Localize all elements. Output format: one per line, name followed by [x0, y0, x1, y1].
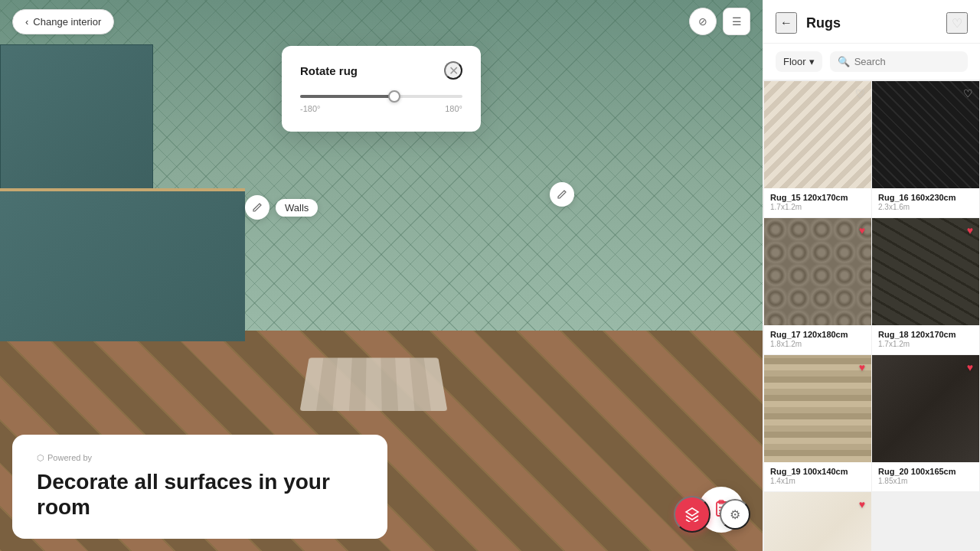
rug-dims: 1.7x1.2m	[770, 203, 865, 211]
top-bar-right: ⊘ ☰	[689, 8, 750, 35]
rug-name: Rug_20 100x165cm	[878, 467, 973, 476]
edit-icon	[252, 202, 263, 213]
rug-info: Rug_17 120x180cm1.8x1.2m	[764, 325, 871, 354]
filter-bar: Floor ▾ 🔍	[763, 44, 980, 80]
top-bar: ‹ Change interior ⊘ ☰	[0, 0, 763, 43]
sidebar-heart-button[interactable]: ♡	[946, 12, 968, 34]
floor-edit-icon	[557, 189, 567, 200]
dialog-close-button[interactable]: ✕	[444, 61, 462, 80]
rug-dims: 1.4x1m	[770, 477, 865, 485]
rotation-slider-container[interactable]: -180° 180°	[300, 92, 462, 116]
heart-icon: ♡	[952, 16, 962, 31]
close-icon: ✕	[449, 64, 459, 78]
rug-name: Rug_19 100x140cm	[770, 467, 865, 476]
wall-label-text[interactable]: Walls	[276, 199, 318, 217]
cabinet-upper	[0, 44, 153, 199]
menu-icon: ☰	[732, 15, 742, 28]
room-view: ‹ Change interior ⊘ ☰ 🖌 Walls	[0, 0, 763, 551]
search-box: 🔍	[830, 51, 968, 72]
layers-button[interactable]	[674, 496, 710, 533]
logo-icon: ⬡	[37, 453, 44, 463]
cabinet-base	[0, 188, 245, 341]
rug-heart-icon[interactable]: ♥	[859, 361, 865, 373]
chevron-down-icon: ▾	[809, 56, 815, 67]
rug-thumbnail	[764, 218, 871, 325]
rug-thumbnail	[764, 492, 871, 551]
menu-button[interactable]: ☰	[723, 8, 750, 35]
rug-dims: 2.3x1.6m	[878, 203, 973, 211]
rug-heart-icon[interactable]: ♥	[859, 498, 865, 510]
rug-heart-icon[interactable]: ♥	[967, 224, 973, 236]
bottom-actions: ⚙	[674, 496, 750, 533]
rug-heart-icon[interactable]: ♡	[855, 87, 865, 99]
rug-item[interactable]: ♥Rug_19 100x140cm1.4x1m	[764, 355, 871, 491]
bottom-bar: ⬡ Powered by Decorate all surfaces in yo…	[0, 422, 763, 551]
rug-item[interactable]: ♥Rug_18 120x170cm1.7x1.2m	[872, 218, 979, 354]
search-input[interactable]	[854, 56, 960, 67]
rug-item[interactable]: ♡Rug_16 160x230cm2.3x1.6m	[872, 81, 979, 217]
floor-filter-select[interactable]: Floor ▾	[776, 51, 822, 72]
dialog-title: Rotate rug	[300, 64, 358, 77]
rug-item[interactable]: ♥Rug_17 120x180cm1.8x1.2m	[764, 218, 871, 354]
powered-by: ⬡ Powered by	[37, 453, 363, 463]
slider-labels: -180° 180°	[300, 104, 462, 113]
rugs-grid: ♡Rug_15 120x170cm1.7x1.2m♡Rug_16 160x230…	[763, 80, 980, 551]
settings-button[interactable]: ⚙	[720, 499, 750, 530]
rug-name: Rug_18 120x170cm	[878, 330, 973, 339]
hide-icon: ⊘	[698, 15, 707, 28]
rug-thumbnail	[764, 355, 871, 462]
back-arrow-icon: ←	[780, 16, 792, 30]
wall-icon-button[interactable]	[245, 195, 270, 220]
slider-track[interactable]	[300, 95, 462, 98]
rug-item[interactable]: ♥Rug_21 120x120cm1.2x1.2m	[764, 492, 871, 551]
rug-info: Rug_15 120x170cm1.7x1.2m	[764, 188, 871, 217]
rug-heart-icon[interactable]: ♡	[963, 87, 973, 99]
rug-heart-icon[interactable]: ♥	[859, 224, 865, 236]
floor-filter-label: Floor	[783, 56, 806, 67]
rug-name: Rug_17 120x180cm	[770, 330, 865, 339]
change-interior-button[interactable]: ‹ Change interior	[12, 9, 114, 34]
slider-fill	[300, 95, 397, 98]
dialog-header: Rotate rug ✕	[300, 61, 462, 80]
rug-thumbnail	[872, 218, 979, 325]
settings-icon: ⚙	[730, 507, 740, 522]
rug-item[interactable]: ♥Rug_20 100x165cm1.85x1m	[872, 355, 979, 491]
rugs-sidebar: ← Rugs ♡ Floor ▾ 🔍 ♡Rug_15 120x170cm1.7x…	[763, 0, 980, 551]
sidebar-header: ← Rugs ♡	[763, 0, 980, 44]
hide-icon-button[interactable]: ⊘	[689, 8, 717, 35]
bottom-info-card: ⬡ Powered by Decorate all surfaces in yo…	[12, 435, 387, 539]
wall-label-group: Walls	[245, 195, 318, 220]
chevron-left-icon: ‹	[25, 16, 28, 28]
slider-max-label: 180°	[445, 104, 462, 113]
sidebar-title: Rugs	[806, 15, 937, 31]
rug-thumbnail	[872, 355, 979, 462]
room-title: Decorate all surfaces in your room	[37, 469, 363, 520]
sidebar-back-button[interactable]: ←	[776, 12, 797, 34]
rug-name: Rug_15 120x170cm	[770, 193, 865, 202]
rug-dims: 1.7x1.2m	[878, 340, 973, 348]
rug-dims: 1.8x1.2m	[770, 340, 865, 348]
rug-info: Rug_20 100x165cm1.85x1m	[872, 462, 979, 491]
floor-icon-button[interactable]	[550, 182, 574, 207]
rug-item[interactable]: ♡Rug_15 120x170cm1.7x1.2m	[764, 81, 871, 217]
rug-info: Rug_18 120x170cm1.7x1.2m	[872, 325, 979, 354]
rug-info: Rug_19 100x140cm1.4x1m	[764, 462, 871, 491]
rug-dims: 1.85x1m	[878, 477, 973, 485]
rug-heart-icon[interactable]: ♥	[967, 361, 973, 373]
rug-name: Rug_16 160x230cm	[878, 193, 973, 202]
rug-preview	[300, 358, 448, 412]
slider-thumb[interactable]	[388, 90, 400, 103]
rotate-rug-dialog: Rotate rug ✕ -180° 180°	[282, 46, 481, 132]
layers-icon	[684, 507, 700, 522]
slider-min-label: -180°	[300, 104, 320, 113]
search-icon: 🔍	[838, 56, 850, 67]
rug-info: Rug_16 160x230cm2.3x1.6m	[872, 188, 979, 217]
change-interior-label: Change interior	[33, 16, 101, 28]
